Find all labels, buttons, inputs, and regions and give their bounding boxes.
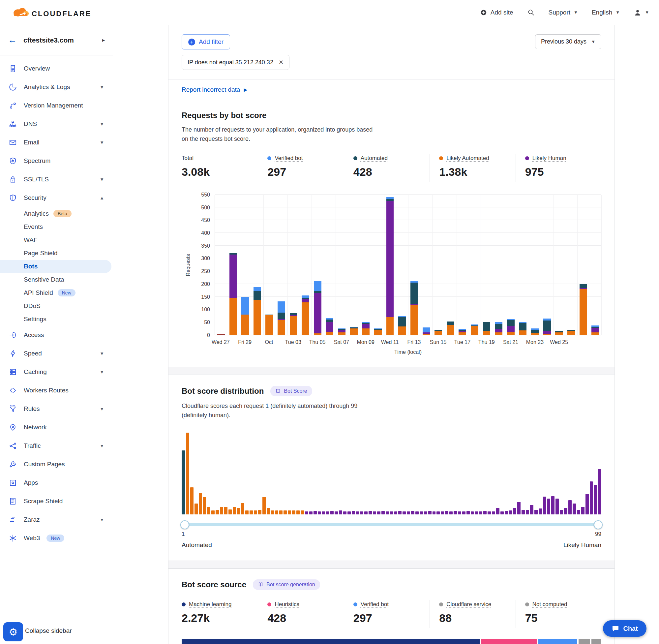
histogram-bar-score-5[interactable] [199,493,202,514]
histogram-bar-score-6[interactable] [203,497,206,514]
sidebar-item-email[interactable]: Email▼ [0,133,113,152]
histogram-bar-score-45[interactable] [369,511,372,514]
stacked-bar[interactable] [254,287,261,335]
histogram-bar-score-51[interactable] [394,511,398,514]
histogram-bar-score-48[interactable] [381,511,385,514]
histogram-bar-score-17[interactable] [250,510,253,514]
histogram-bar-score-16[interactable] [245,510,249,514]
stacked-bar[interactable] [591,325,599,335]
histogram-bar-score-60[interactable] [432,511,436,514]
histogram-bar-score-2[interactable] [186,433,189,514]
histogram-bar-score-93[interactable] [573,504,576,514]
back-arrow-icon[interactable]: ← [8,35,17,45]
histogram-bar-score-9[interactable] [216,510,219,514]
stacked-bar[interactable] [314,281,322,335]
stacked-bar[interactable] [362,322,370,335]
slider-handle-min[interactable] [180,520,189,529]
sidebar-item-sensitive-data[interactable]: Sensitive Data [0,273,113,286]
slider-handle-max[interactable] [594,520,603,529]
stacked-bar[interactable] [531,328,539,335]
histogram-bar-score-82[interactable] [526,510,529,514]
add-filter-button[interactable]: + Add filter [182,34,230,49]
report-incorrect-data-link[interactable]: Report incorrect data [182,86,240,93]
histogram-bar-score-52[interactable] [398,511,402,514]
histogram-bar-score-57[interactable] [420,511,423,514]
stacked-bar[interactable] [471,324,478,335]
histogram-bar-score-64[interactable] [449,511,453,514]
histogram-bar-score-4[interactable] [194,504,198,514]
histogram-bar-score-99[interactable] [598,469,601,514]
histogram-bar-score-83[interactable] [530,505,534,514]
histogram-bar-score-11[interactable] [224,507,228,514]
sidebar-item-dns[interactable]: DNS▼ [0,115,113,133]
histogram-bar-score-92[interactable] [568,500,572,514]
histogram-bar-score-21[interactable] [267,508,270,514]
stacked-bar[interactable] [350,327,358,335]
histogram-bar-score-80[interactable] [517,502,521,514]
stacked-bar[interactable] [483,322,491,335]
histogram-bar-score-56[interactable] [415,511,419,514]
stacked-bar[interactable] [567,330,575,335]
stacked-bar[interactable] [290,313,297,335]
sidebar-item-page-shield[interactable]: Page Shield [0,247,113,260]
sidebar-item-speed[interactable]: Speed▼ [0,344,113,363]
histogram-bar-score-26[interactable] [288,510,291,514]
histogram-bar-score-96[interactable] [586,494,589,514]
histogram-bar-score-87[interactable] [547,499,550,514]
stacked-bar[interactable] [338,328,346,335]
settings-gear-button[interactable]: ⚙ [3,622,23,641]
sidebar-item-version-management[interactable]: Version Management [0,96,113,115]
histogram-bar-score-46[interactable] [373,511,376,514]
histogram-bar-score-25[interactable] [283,510,287,514]
histogram-bar-score-85[interactable] [539,508,542,514]
histogram-bar-score-43[interactable] [360,511,363,514]
histogram-bar-score-22[interactable] [271,510,274,514]
histogram-bar-score-35[interactable] [326,511,329,514]
histogram-bar-score-68[interactable] [467,511,470,514]
stacked-bar[interactable] [398,316,406,335]
histogram-bar-score-67[interactable] [462,511,466,514]
sidebar-item-bots[interactable]: Bots [0,260,112,273]
histogram-bar-score-90[interactable] [560,510,563,514]
histogram-bar-score-10[interactable] [220,507,223,514]
stacked-bar[interactable] [374,328,382,335]
histogram-bar-score-20[interactable] [262,497,266,514]
sidebar-item-caching[interactable]: Caching▼ [0,363,113,381]
histogram-bar-score-79[interactable] [513,508,516,514]
histogram-bar-score-59[interactable] [428,511,431,514]
histogram-bar-score-14[interactable] [237,508,240,514]
source-segment-cloudflare-service[interactable] [579,639,590,644]
histogram-bar-score-55[interactable] [411,511,415,514]
stacked-bar[interactable] [519,322,527,335]
stacked-bar[interactable] [410,281,418,335]
stat-label[interactable]: Automated [361,155,388,162]
sidebar-item-workers-routes[interactable]: Workers Routes [0,381,113,400]
histogram-bar-score-31[interactable] [309,511,312,514]
histogram-bar-score-47[interactable] [377,511,380,514]
histogram-bar-score-69[interactable] [471,511,474,514]
stat-label[interactable]: Heuristics [275,601,299,608]
histogram-bar-score-98[interactable] [594,485,597,514]
histogram-bar-score-70[interactable] [475,511,478,514]
language-menu[interactable]: English▼ [592,9,620,16]
histogram-bar-score-36[interactable] [330,511,334,514]
sidebar-item-web3[interactable]: Web3New [0,529,113,547]
histogram-bar-score-88[interactable] [551,496,555,514]
histogram-bar-score-12[interactable] [229,509,232,514]
histogram-bar-score-86[interactable] [543,497,546,514]
stacked-bar[interactable] [302,296,309,335]
histogram-bar-score-41[interactable] [352,511,355,514]
filter-chip[interactable]: IP does not equal 35.212.240.32 ✕ [182,55,289,70]
stacked-bar[interactable] [230,253,237,335]
account-menu[interactable]: ▼ [634,8,649,17]
sidebar-item-waf[interactable]: WAF [0,233,113,247]
sidebar-item-settings[interactable]: Settings [0,313,113,326]
stat-label[interactable]: Verified bot [361,601,389,608]
histogram-bar-score-58[interactable] [424,511,427,514]
sidebar-item-events[interactable]: Events [0,220,113,233]
histogram-bar-score-39[interactable] [343,511,347,514]
stat-label[interactable]: Likely Automated [446,155,489,162]
histogram-bar-score-28[interactable] [297,510,300,514]
sidebar-item-rules[interactable]: Rules▼ [0,400,113,418]
stat-label[interactable]: Not computed [533,601,567,608]
